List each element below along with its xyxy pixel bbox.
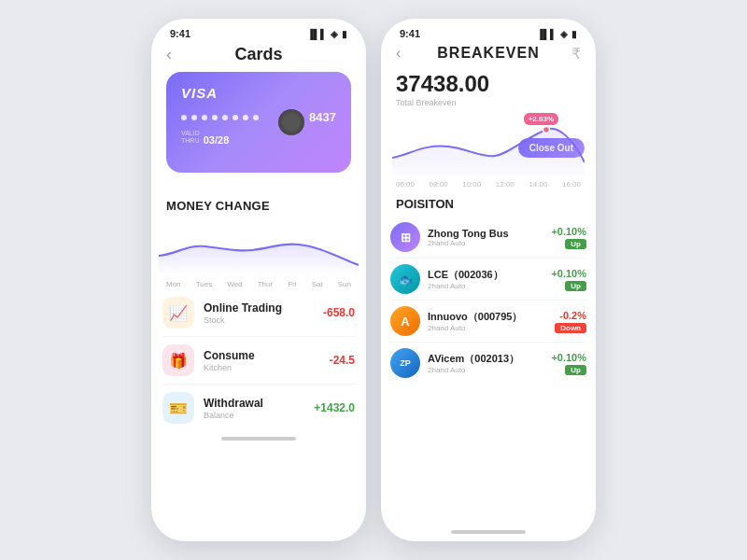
left-home-indicator: [221, 437, 296, 441]
pos-right-3: +0.10% Up: [551, 352, 586, 375]
breakeven-amount: 37438.00: [381, 67, 596, 97]
pos-info-0: Zhong Tong Bus 2hand Auto: [428, 228, 551, 247]
pos-icon-1: 🐟: [390, 264, 420, 294]
txn-sub-1: Kitchen: [204, 363, 330, 372]
right-status-icons: ▐▌▌ ◈ ▮: [537, 29, 577, 39]
pos-name-3: AVicem（002013）: [428, 352, 551, 366]
txn-name-2: Withdrawal: [204, 397, 314, 410]
pos-info-1: LCE（002036） 2hand Auto: [428, 268, 551, 290]
day-mon: Mon: [166, 280, 181, 288]
txn-info-0: Online Trading Stock: [204, 301, 323, 325]
breakeven-settings-icon[interactable]: ₹: [571, 45, 581, 63]
right-battery-icon: ▮: [571, 29, 577, 39]
svg-point-0: [543, 127, 550, 133]
position-list: ⊞ Zhong Tong Bus 2hand Auto +0.10% Up 🐟 …: [381, 217, 596, 525]
bc-t2: 10:00: [462, 180, 481, 189]
bc-t3: 12:00: [496, 180, 514, 189]
money-chart-svg: [159, 218, 359, 274]
day-sun: Sun: [338, 280, 351, 288]
card-number-row: 8437: [181, 110, 336, 124]
cards-title: Cards: [234, 45, 282, 64]
dot6: [233, 115, 238, 120]
card-number-end: 8437: [309, 110, 336, 124]
transaction-list: 📈 Online Trading Stock -658.0 🎁 Consume …: [151, 284, 366, 431]
wifi-icon: ◈: [331, 29, 338, 39]
pos-name-0: Zhong Tong Bus: [428, 228, 551, 239]
pos-info-3: AVicem（002013） 2hand Auto: [428, 352, 551, 374]
card-stack: VISA 8437 VALIDTHR: [166, 72, 351, 184]
battery-icon: ▮: [342, 29, 347, 39]
left-time: 9:41: [170, 28, 190, 39]
txn-amount-0: -658.0: [323, 306, 355, 319]
bc-t1: 08:00: [430, 180, 448, 189]
dot1: [181, 115, 187, 120]
position-item-2[interactable]: A Innuovo（000795） 2hand Auto -0.2% Down: [390, 301, 586, 343]
breakeven-title: BREAKEVEN: [437, 45, 539, 62]
day-tues: Tues: [196, 280, 213, 288]
pos-sub-3: 2hand Auto: [428, 366, 551, 374]
chart-day-labels: Mon Tues Wed Thur Fri Sat Sun: [159, 278, 359, 290]
right-signal-icon: ▐▌▌: [537, 29, 557, 39]
left-back-button[interactable]: ‹: [166, 45, 172, 64]
card-brand: VISA: [181, 85, 336, 101]
left-status-icons: ▐▌▌ ◈ ▮: [307, 29, 347, 39]
txn-name-0: Online Trading: [204, 301, 323, 315]
phones-container: 9:41 ▐▌▌ ◈ ▮ ‹ Cards VISA: [151, 19, 596, 541]
txn-name-1: Consume: [204, 349, 330, 362]
txn-amount-2: +1432.0: [314, 401, 355, 414]
position-item-3[interactable]: ZP AVicem（002013） 2hand Auto +0.10% Up: [390, 343, 586, 384]
day-sat: Sat: [312, 280, 323, 288]
dot7: [243, 115, 248, 120]
card-chip: [278, 109, 304, 135]
pos-icon-3: ZP: [390, 348, 420, 378]
right-phone: 9:41 ▐▌▌ ◈ ▮ ‹ BREAKEVEN ₹ 37438.00 Tota…: [381, 19, 596, 541]
pos-sub-0: 2hand Auto: [428, 239, 551, 247]
card-valid-label: VALIDTHRU: [181, 130, 200, 146]
chart-badge: +2.83%: [524, 113, 558, 125]
breakeven-amount-section: 37438.00 Total Breakeven Close Out: [381, 67, 596, 111]
transaction-item-1[interactable]: 🎁 Consume Kitchen -24.5: [162, 337, 355, 385]
position-title: POISITON: [381, 193, 596, 217]
transaction-item-0[interactable]: 📈 Online Trading Stock -658.0: [162, 289, 355, 337]
pos-icon-2: A: [390, 306, 420, 336]
txn-icon-0: 📈: [162, 297, 194, 329]
txn-info-1: Consume Kitchen: [204, 349, 330, 372]
pos-pct-3: +0.10%: [551, 352, 586, 363]
position-item-0[interactable]: ⊞ Zhong Tong Bus 2hand Auto +0.10% Up: [390, 217, 586, 259]
pos-name-2: Innuovo（000795）: [428, 310, 555, 324]
pos-icon-0: ⊞: [390, 222, 420, 252]
cards-header: ‹ Cards: [151, 43, 366, 72]
txn-sub-0: Stock: [204, 315, 323, 325]
left-status-bar: 9:41 ▐▌▌ ◈ ▮: [151, 19, 366, 43]
pos-badge-2: Down: [555, 323, 586, 333]
day-wed: Wed: [227, 280, 242, 288]
money-change-title: MONEY CHANGE: [151, 199, 366, 218]
card-dots: [181, 115, 259, 120]
right-wifi-icon: ◈: [560, 29, 568, 39]
credit-card[interactable]: VISA 8437 VALIDTHR: [166, 72, 351, 173]
txn-amount-1: -24.5: [330, 354, 355, 367]
money-change-chart: Mon Tues Wed Thur Fri Sat Sun: [151, 218, 366, 284]
txn-info-2: Withdrawal Balance: [204, 397, 314, 420]
txn-sub-2: Balance: [204, 411, 314, 420]
pos-badge-0: Up: [565, 239, 586, 249]
dot2: [191, 115, 197, 120]
bc-t4: 14:00: [529, 180, 547, 189]
dot3: [202, 115, 207, 120]
right-status-bar: 9:41 ▐▌▌ ◈ ▮: [381, 19, 596, 43]
pos-badge-3: Up: [565, 365, 586, 375]
txn-icon-1: 🎁: [162, 344, 194, 376]
dot4: [212, 115, 218, 120]
bc-time-labels: 06:00 08:00 10:00 12:00 14:00 16:00: [392, 180, 585, 189]
pos-sub-1: 2hand Auto: [428, 282, 551, 290]
position-item-1[interactable]: 🐟 LCE（002036） 2hand Auto +0.10% Up: [390, 259, 586, 301]
pos-pct-0: +0.10%: [551, 226, 586, 237]
dot5: [222, 115, 228, 120]
card-expiry: 03/28: [204, 134, 230, 146]
bc-t5: 16:00: [562, 180, 581, 189]
dot8: [253, 115, 259, 120]
day-thur: Thur: [258, 280, 273, 288]
breakeven-back-button[interactable]: ‹: [396, 45, 401, 62]
transaction-item-2[interactable]: 🎫 Withdrawal Balance +1432.0: [162, 385, 355, 431]
pos-info-2: Innuovo（000795） 2hand Auto: [428, 310, 555, 332]
